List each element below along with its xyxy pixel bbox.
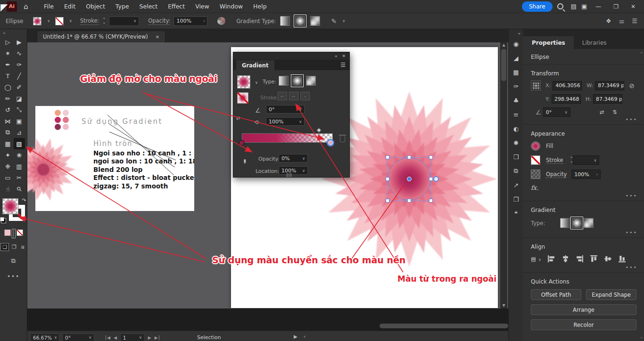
recolor-artwork-icon[interactable] — [217, 17, 225, 25]
menu-view[interactable]: View — [190, 0, 215, 13]
gradient-annotator-endpoint[interactable] — [434, 177, 438, 181]
graphic-styles-panel-icon[interactable]: ❒ — [510, 151, 522, 163]
tab-properties[interactable]: Properties — [523, 36, 574, 49]
gradient-preview-swatch[interactable] — [237, 75, 250, 89]
layers-panel-icon[interactable]: ⧉ — [510, 165, 522, 177]
prev-artboard-icon[interactable]: ◀ — [114, 335, 117, 340]
align-horizontal-center-icon[interactable] — [561, 255, 570, 263]
freeform-gradient-button[interactable] — [583, 217, 594, 229]
gradient-type-linear-button[interactable] — [279, 15, 291, 27]
pen-tool[interactable]: ✒ — [2, 59, 14, 70]
stroke-panel-icon[interactable]: ≡ — [510, 108, 522, 121]
status-play-icon[interactable]: ▶ — [294, 334, 297, 339]
stroke-weight-label[interactable]: Stroke: — [80, 17, 99, 25]
vertical-scrollbar[interactable]: ▲ ▼ — [500, 42, 507, 309]
h-field[interactable]: 87.3469 pt — [593, 94, 622, 104]
menu-object[interactable]: Object — [81, 0, 110, 13]
panel-menu-icon[interactable]: ☰ — [632, 17, 637, 24]
fill-swatch[interactable] — [33, 17, 41, 25]
none-button[interactable] — [17, 229, 23, 236]
default-fill-stroke-icon[interactable] — [1, 218, 6, 223]
artboard-tool[interactable]: ▭ — [2, 172, 14, 183]
artboard-number-field[interactable]: 1∨ — [120, 333, 145, 341]
menu-window[interactable]: Window — [215, 0, 248, 13]
color-button[interactable] — [4, 229, 11, 236]
appearance-panel-icon[interactable]: ✺ — [510, 137, 522, 149]
perspective-grid-tool[interactable]: ⊿ — [14, 127, 25, 138]
arrange-button[interactable]: Arrange — [531, 304, 636, 315]
aspect-ratio-field[interactable]: 100%∨ — [266, 117, 305, 126]
lasso-tool[interactable]: ∿ — [14, 48, 25, 59]
edit-gradient-icon[interactable]: ✎ — [331, 17, 337, 25]
align-top-icon[interactable] — [590, 255, 598, 263]
radial-gradient-button[interactable] — [291, 75, 303, 87]
reference-point-grid[interactable] — [531, 81, 541, 90]
opacity-label[interactable]: Opacity — [546, 171, 567, 178]
next-artboard-icon[interactable]: ▶ — [148, 335, 151, 340]
selection-handle[interactable] — [386, 156, 389, 159]
align-left-icon[interactable] — [547, 255, 555, 263]
symbols-panel-icon[interactable]: ♣ — [510, 94, 522, 106]
stroke-width-stepper[interactable]: ⌃⌄ — [570, 157, 573, 163]
x-field[interactable]: 406.3056 pt — [553, 81, 582, 90]
screen-mode-icon[interactable]: ⧉ — [0, 257, 27, 265]
restore-button[interactable]: ❐ — [610, 3, 622, 10]
gradient-midpoint-handle[interactable] — [317, 128, 322, 133]
panel-close-icon[interactable]: ✕ — [342, 54, 346, 58]
direct-selection-tool[interactable]: ▷ — [2, 36, 14, 48]
appearance-more-options[interactable]: ••• — [626, 193, 637, 199]
menu-select[interactable]: Select — [134, 0, 163, 13]
align-more-options[interactable]: ••• — [626, 264, 637, 270]
opacity-swatch[interactable] — [531, 170, 540, 179]
align-vertical-center-icon[interactable] — [604, 255, 612, 263]
close-button[interactable]: ✕ — [627, 3, 639, 10]
vertical-scroll-thumb[interactable] — [501, 49, 506, 81]
line-segment-tool[interactable]: ╱ — [14, 70, 25, 81]
menu-type[interactable]: Type — [110, 0, 134, 13]
arrange-documents-icon[interactable]: ⚌ — [619, 17, 625, 24]
draw-normal-icon[interactable]: ❏ — [1, 244, 8, 251]
selection-handle[interactable] — [429, 178, 433, 181]
stop-location-field[interactable]: 100%∨ — [279, 166, 308, 175]
gradient-slider[interactable] — [242, 133, 333, 143]
zoom-level-field[interactable]: 66.67%∨ — [30, 333, 59, 341]
selection-handle[interactable] — [386, 199, 389, 203]
type-tool[interactable]: T — [2, 70, 14, 81]
flip-vertical-icon[interactable]: ⇅ — [612, 109, 617, 115]
gradient-tool[interactable]: ▧ — [14, 138, 25, 149]
tab-close-icon[interactable]: ✕ — [156, 34, 159, 40]
toolbar-collapse-icon[interactable]: « — [0, 29, 27, 36]
offset-path-button[interactable]: Offset Path — [531, 289, 581, 300]
gradient-angle-field[interactable]: 0°∨ — [266, 105, 305, 114]
ellipse-tool[interactable]: ◯ — [2, 81, 14, 93]
color-panel-icon[interactable]: ◉ — [510, 38, 522, 50]
app-logo[interactable]: Ai — [7, 1, 17, 12]
share-button[interactable]: Share — [522, 1, 553, 12]
align-bottom-icon[interactable] — [618, 255, 626, 263]
export-panel-icon[interactable]: ↗ — [510, 179, 522, 191]
gradient-preview-chevron-icon[interactable]: ∨ — [255, 81, 258, 85]
panel-menu-icon[interactable]: ☰ — [340, 62, 346, 68]
scroll-down-icon[interactable]: ▼ — [500, 303, 507, 308]
mesh-tool[interactable]: ▦ — [2, 138, 14, 149]
scale-tool[interactable]: ⤡ — [14, 104, 25, 115]
last-artboard-icon[interactable]: ▶ — [155, 335, 159, 340]
home-icon[interactable]: ⌂ — [20, 2, 32, 11]
width-tool[interactable]: ⋈ — [2, 115, 14, 127]
stroke-weight-field[interactable]: ∨ — [109, 16, 139, 26]
swatches-panel-icon[interactable]: ▦ — [510, 66, 522, 78]
panel-resize-grip[interactable]: ▒▒ — [286, 173, 292, 177]
linear-gradient-button[interactable] — [559, 217, 571, 229]
stop-opacity-field[interactable]: 0%∨ — [279, 154, 308, 162]
eyedropper-tool[interactable]: ✦ — [2, 149, 14, 161]
fill-chevron-icon[interactable]: ∨ — [47, 19, 50, 23]
shape-builder-tool[interactable]: ⧉ — [2, 127, 14, 138]
minimize-button[interactable]: — — [592, 3, 605, 10]
first-artboard-icon[interactable]: ◀ — [106, 335, 110, 340]
draw-inside-icon[interactable]: ⧈ — [20, 244, 26, 251]
scroll-up-icon[interactable]: ▲ — [500, 42, 507, 48]
draw-behind-icon[interactable]: ❐ — [10, 244, 18, 251]
opacity-field[interactable]: 100%› — [173, 16, 207, 26]
status-display[interactable]: Selection — [197, 334, 221, 341]
y-field[interactable]: 298.9468 pt — [552, 94, 581, 104]
